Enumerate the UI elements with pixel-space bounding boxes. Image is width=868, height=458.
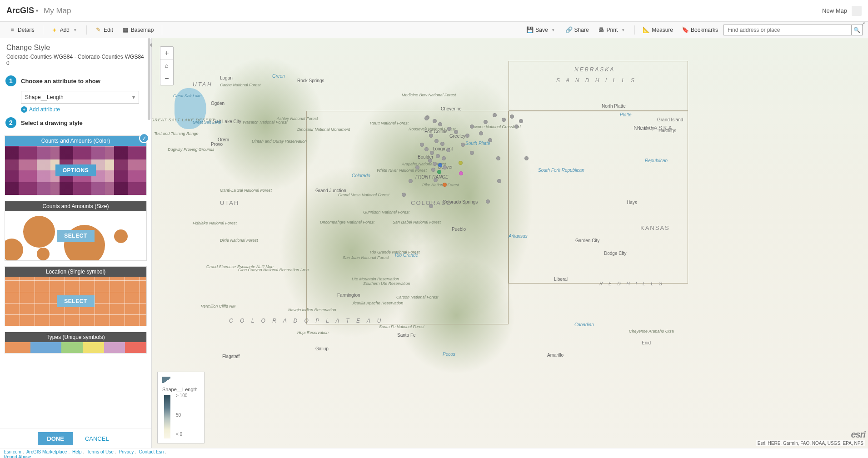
save-icon: 💾 — [527, 27, 533, 33]
legend: Shape__Length > 100 50 < 0 — [157, 372, 205, 443]
panel-actions: DONE CANCEL — [0, 428, 151, 448]
plus-icon: ＋ — [51, 27, 58, 33]
style-card-counts-size[interactable]: Counts and Amounts (Size) SELECT — [5, 201, 147, 261]
label-kansas: KANSAS — [640, 224, 670, 231]
chevron-down-icon: ▾ — [36, 8, 38, 13]
brand-text: ArcGIS — [6, 6, 34, 15]
select-button[interactable]: SELECT — [57, 295, 94, 307]
ruler-icon: 📐 — [643, 27, 649, 33]
footer-link[interactable]: Help — [72, 449, 82, 454]
add-attribute-link[interactable]: +Add attribute — [21, 106, 146, 113]
footer-link[interactable]: Contact Esri — [139, 449, 164, 454]
bookmarks-button[interactable]: 🔖Bookmarks — [678, 25, 722, 35]
details-button[interactable]: ≡Details — [5, 25, 38, 35]
style-card-counts-color[interactable]: Counts and Amounts (Color) ✓ OPTIONS — [5, 135, 147, 195]
report-abuse-link[interactable]: Report Abuse — [4, 454, 31, 458]
map-title: My Map — [44, 6, 71, 15]
zoom-in-button[interactable]: + — [160, 47, 173, 60]
style-card-location[interactable]: Location (Single symbol) SELECT — [5, 266, 147, 326]
measure-button[interactable]: 📐Measure — [639, 25, 677, 35]
select-button[interactable]: SELECT — [57, 230, 94, 242]
share-button[interactable]: 🔗Share — [562, 25, 593, 35]
style-list: Counts and Amounts (Color) ✓ OPTIONS Cou… — [0, 133, 151, 428]
zoom-out-button[interactable]: − — [160, 72, 173, 85]
plus-circle-icon: + — [21, 106, 27, 113]
maximize-icon[interactable]: ⤢ — [861, 21, 865, 27]
label-front-range: FRONT RANGE — [415, 174, 449, 179]
legend-gradient — [164, 395, 170, 438]
brand[interactable]: ArcGIS ▾ — [6, 6, 38, 15]
step-2: 2 Select a drawing style — [5, 117, 146, 128]
chevron-down-icon: ▾ — [550, 27, 557, 33]
legend-swatch — [162, 377, 170, 383]
label-sandhills: S A N D H I L L S — [556, 77, 637, 84]
panel-title: Change Style — [0, 38, 151, 54]
cancel-button[interactable]: CANCEL — [80, 432, 114, 445]
save-button[interactable]: 💾Save▾ — [523, 25, 560, 35]
map-attribution: Esri, HERE, Garmin, FAO, NOAA, USGS, EPA… — [756, 440, 865, 446]
chevron-down-icon: ▾ — [72, 27, 78, 33]
check-icon: ✓ — [139, 133, 149, 143]
basemap: UTAH UTAH COLORADO NEBRASKA S A N D H I … — [152, 38, 868, 448]
style-panel: ◀ Change Style Colorado-Counties-WGS84 -… — [0, 38, 152, 448]
style-card-types[interactable]: Types (Unique symbols) — [5, 332, 147, 353]
list-icon: ≡ — [9, 27, 15, 33]
attribute-select[interactable]: Shape__Length — [21, 91, 139, 104]
search-input[interactable] — [724, 25, 851, 35]
search-box: 🔍 — [723, 25, 863, 35]
done-button[interactable]: DONE — [38, 432, 73, 445]
pencil-icon: ✎ — [95, 27, 101, 33]
link-icon: 🔗 — [566, 27, 572, 33]
layer-name: Colorado-Counties-WGS84 - Colorado-Count… — [0, 54, 151, 71]
footer-link[interactable]: Esri.com — [4, 449, 21, 454]
add-button[interactable]: ＋Add▾ — [48, 25, 82, 35]
bookmark-icon: 🔖 — [682, 27, 688, 33]
esri-logo: esri — [851, 429, 865, 440]
step-badge-1: 1 — [5, 75, 16, 86]
label-co-plateau: C O L O R A D O P L A T E A U — [229, 318, 384, 324]
label-utah: UTAH — [193, 81, 213, 88]
search-icon: 🔍 — [853, 27, 860, 33]
step-1: 1 Choose an attribute to show — [5, 75, 146, 86]
print-icon: 🖶 — [598, 27, 604, 33]
footer-link[interactable]: ArcGIS Marketplace — [26, 449, 67, 454]
toolbar: ≡Details ＋Add▾ ✎Edit ▦Basemap 💾Save▾ 🔗Sh… — [0, 22, 868, 38]
new-map-link[interactable]: New Map — [822, 7, 847, 14]
app-header: ArcGIS ▾ My Map New Map — [0, 0, 868, 22]
basemap-button[interactable]: ▦Basemap — [119, 25, 158, 35]
print-button[interactable]: 🖶Print▾ — [594, 25, 630, 35]
footer-link[interactable]: Terms of Use — [87, 449, 114, 454]
footer-link[interactable]: Privacy — [119, 449, 134, 454]
search-button[interactable]: 🔍 — [851, 25, 862, 35]
home-button[interactable]: ⌂ — [160, 60, 173, 72]
edit-button[interactable]: ✎Edit — [91, 25, 117, 35]
zoom-controls: + ⌂ − — [160, 46, 174, 85]
user-avatar[interactable] — [852, 6, 862, 16]
map-canvas[interactable]: UTAH UTAH COLORADO NEBRASKA S A N D H I … — [152, 38, 868, 448]
label-utah2: UTAH — [220, 199, 239, 206]
label-red-hills: R E D H I L L S — [599, 281, 664, 286]
options-button[interactable]: OPTIONS — [55, 164, 96, 176]
label-nebraska: NEBRASKA — [574, 66, 615, 73]
chevron-down-icon: ▾ — [620, 27, 626, 33]
footer: Esri.com. ArcGIS Marketplace. Help. Term… — [0, 448, 868, 458]
step-badge-2: 2 — [5, 117, 16, 128]
grid-icon: ▦ — [122, 27, 129, 33]
